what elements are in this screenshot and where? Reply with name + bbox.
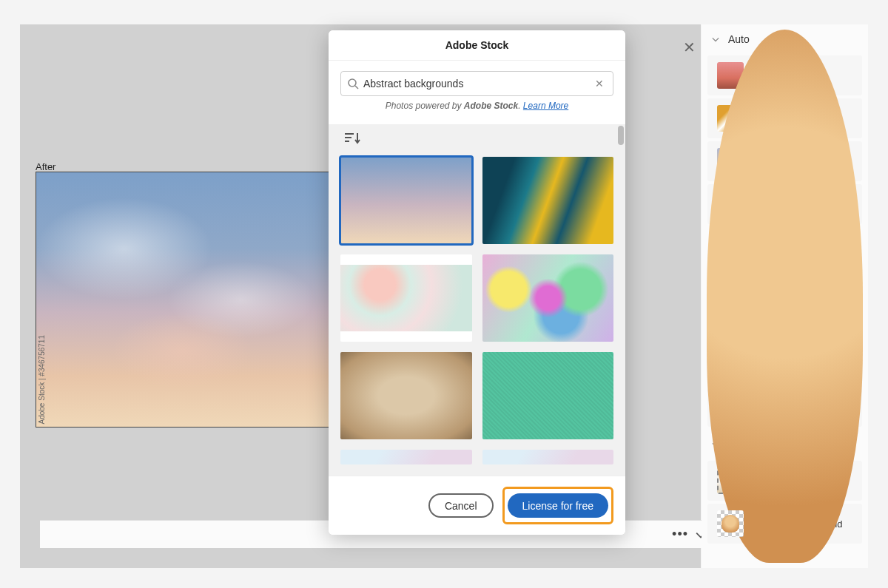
license-button[interactable]: License for free: [508, 493, 609, 518]
svg-point-0: [349, 79, 356, 87]
thumb-icon: [717, 510, 744, 537]
stock-thumb-sky[interactable]: [340, 157, 472, 244]
stock-thumb-pastel[interactable]: [340, 450, 472, 464]
preview-after-label: After: [36, 161, 56, 172]
right-panel: Auto Smart Fix Color Correction Dehaze R…: [702, 24, 868, 568]
search-box[interactable]: ✕: [340, 71, 613, 96]
powered-by-line: Photos powered by Adobe Stock. Learn Mor…: [340, 96, 613, 120]
section-title: Auto: [728, 33, 750, 45]
sort-bar: [329, 124, 625, 152]
stock-thumb-paint[interactable]: [482, 157, 614, 244]
item-select-background[interactable]: Select Background: [707, 461, 862, 501]
thumb-icon: [717, 467, 744, 494]
tutorial-highlight: License for free: [502, 487, 614, 524]
app-root: ••• After Adobe Stock | #346756711 Auto …: [0, 0, 888, 588]
stock-thumb-marble[interactable]: [340, 254, 472, 342]
stock-thumb-teal[interactable]: [482, 352, 614, 439]
stock-thumb-rainbow[interactable]: [482, 254, 614, 342]
search-input[interactable]: [363, 78, 592, 89]
learn-more-link[interactable]: Learn More: [523, 101, 568, 111]
stock-modal: Adobe Stock ✕ Photos powered by Adobe St…: [329, 30, 625, 535]
watermark-text: Adobe Stock | #346756711: [38, 335, 46, 424]
modal-footer: Cancel License for free: [329, 476, 625, 535]
search-icon: [347, 78, 359, 89]
close-icon[interactable]: ✕: [683, 38, 696, 56]
svg-line-1: [355, 86, 358, 89]
powered-brand: Adobe Stock: [464, 101, 518, 111]
powered-dot: .: [518, 101, 523, 111]
stock-thumb-pastel-2[interactable]: [482, 450, 614, 464]
modal-title: Adobe Stock: [329, 30, 625, 61]
more-icon[interactable]: •••: [672, 527, 688, 542]
powered-prefix: Photos powered by: [386, 101, 464, 111]
thumb-grid: [329, 152, 625, 476]
sort-icon[interactable]: [345, 132, 361, 145]
preview-image: Adobe Stock | #346756711: [36, 172, 329, 428]
cancel-button[interactable]: Cancel: [428, 493, 494, 518]
clear-search-icon[interactable]: ✕: [592, 78, 607, 89]
scrollbar-thumb[interactable]: [618, 126, 624, 145]
results-area: [329, 124, 625, 476]
search-wrap: ✕ Photos powered by Adobe Stock. Learn M…: [329, 61, 625, 124]
stock-thumb-beige[interactable]: [340, 352, 472, 439]
chevron-down-icon: [712, 36, 719, 43]
